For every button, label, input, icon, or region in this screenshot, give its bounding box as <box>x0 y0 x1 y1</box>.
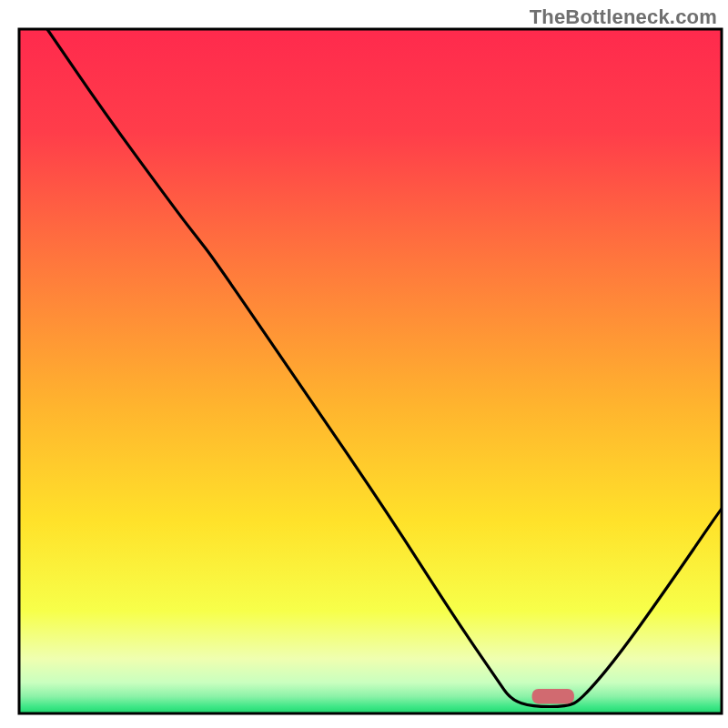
optimal-marker <box>532 689 574 704</box>
bottleneck-chart <box>0 0 728 728</box>
gradient-background <box>19 29 722 713</box>
watermark-label: TheBottleneck.com <box>530 5 717 29</box>
chart-container: TheBottleneck.com <box>0 0 728 728</box>
